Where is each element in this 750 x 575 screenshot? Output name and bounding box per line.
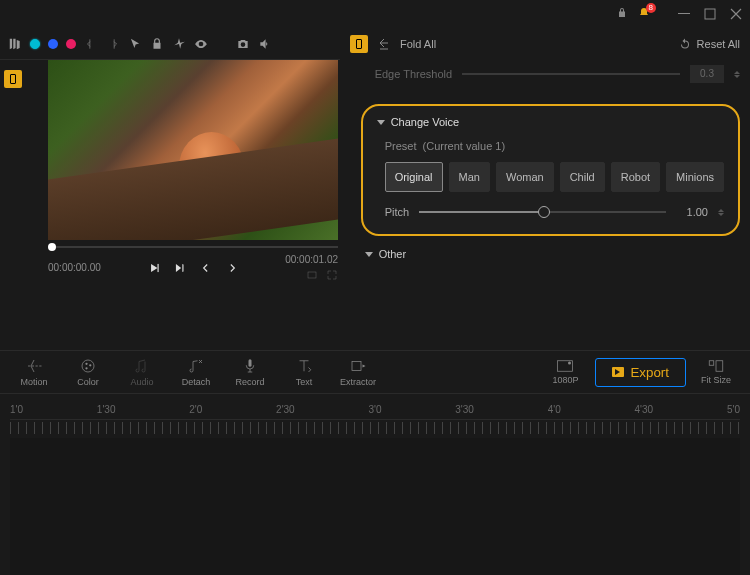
marker-cyan[interactable]	[30, 39, 40, 49]
reset-all-button[interactable]: Reset All	[679, 38, 740, 50]
pitch-slider[interactable]	[419, 211, 666, 213]
preset-label: Preset	[385, 140, 417, 152]
svg-point-5	[85, 363, 87, 365]
svg-rect-3	[308, 272, 316, 278]
chevron-down-icon	[365, 252, 373, 257]
ruler-mark: 3'0	[368, 404, 381, 415]
preset-child[interactable]: Child	[560, 162, 605, 192]
cut-out-icon[interactable]	[106, 37, 120, 51]
svg-rect-13	[716, 361, 723, 372]
timeline-ticks	[10, 422, 740, 434]
ruler-mark: 3'30	[455, 404, 474, 415]
marker-blue[interactable]	[48, 39, 58, 49]
play-icon[interactable]	[147, 261, 161, 275]
preset-man[interactable]: Man	[449, 162, 490, 192]
pitch-value[interactable]: 1.00	[676, 206, 708, 218]
audio-button: Audio	[118, 357, 166, 387]
preset-current: (Current value 1)	[423, 140, 506, 152]
svg-point-7	[85, 367, 87, 369]
svg-rect-8	[249, 359, 252, 367]
lock-tool-icon[interactable]	[150, 37, 164, 51]
reset-all-label: Reset All	[697, 38, 740, 50]
record-button[interactable]: Record	[226, 357, 274, 387]
ruler-mark: 2'30	[276, 404, 295, 415]
other-label: Other	[379, 248, 407, 260]
svg-rect-1	[705, 9, 715, 19]
extractor-button[interactable]: Extractor	[334, 357, 382, 387]
collapse-icon[interactable]	[378, 38, 390, 50]
panel-toggle-icon[interactable]	[350, 35, 368, 53]
chevron-down-icon[interactable]	[377, 120, 385, 125]
ruler-mark: 1'30	[97, 404, 116, 415]
camera-icon[interactable]	[236, 37, 250, 51]
video-preview[interactable]	[48, 60, 338, 240]
motion-button[interactable]: Motion	[10, 357, 58, 387]
preset-original[interactable]: Original	[385, 162, 443, 192]
edge-threshold-label: Edge Threshold	[375, 68, 452, 80]
titlebar	[0, 0, 750, 28]
undo-icon	[679, 38, 691, 50]
ruler-mark: 4'0	[548, 404, 561, 415]
time-duration: 00:00:01.02	[285, 254, 338, 265]
svg-rect-9	[352, 362, 361, 371]
preview-scrubber[interactable]	[48, 246, 338, 248]
ruler-mark: 4'30	[635, 404, 654, 415]
library-icon[interactable]	[8, 37, 22, 51]
next-frame-icon[interactable]	[225, 261, 239, 275]
timeline-ruler[interactable]: 1'0 1'30 2'0 2'30 3'0 3'30 4'0 4'30 5'0	[10, 400, 740, 420]
quality-button[interactable]: 1080P	[541, 359, 589, 385]
preset-woman[interactable]: Woman	[496, 162, 554, 192]
edge-threshold-value[interactable]: 0.3	[690, 65, 724, 83]
text-button[interactable]: Text	[280, 357, 328, 387]
preset-minions[interactable]: Minions	[666, 162, 724, 192]
preset-robot[interactable]: Robot	[611, 162, 660, 192]
notification-icon[interactable]	[638, 7, 650, 21]
volume-icon[interactable]	[258, 37, 272, 51]
fold-all-label[interactable]: Fold All	[400, 38, 436, 50]
lock-icon[interactable]	[616, 7, 628, 21]
other-section-header[interactable]: Other	[365, 248, 740, 260]
change-voice-panel: Change Voice Preset (Current value 1) Or…	[361, 104, 740, 236]
time-current: 00:00:00.00	[48, 262, 101, 273]
cursor-icon[interactable]	[128, 37, 142, 51]
svg-rect-12	[709, 361, 714, 366]
marker-magenta[interactable]	[66, 39, 76, 49]
eye-icon[interactable]	[194, 37, 208, 51]
prev-frame-icon[interactable]	[199, 261, 213, 275]
svg-point-4	[82, 360, 94, 372]
svg-rect-2	[158, 263, 159, 271]
ruler-mark: 5'0	[727, 404, 740, 415]
ruler-mark: 2'0	[189, 404, 202, 415]
close-icon[interactable]	[730, 8, 742, 20]
svg-point-6	[89, 364, 91, 366]
timeline[interactable]: 1'0 1'30 2'0 2'30 3'0 3'30 4'0 4'30 5'0	[0, 394, 750, 575]
change-voice-title: Change Voice	[391, 116, 460, 128]
fullscreen-icon[interactable]	[326, 269, 338, 281]
svg-rect-0	[678, 13, 690, 14]
fit-size-button[interactable]: Fit Size	[692, 359, 740, 385]
export-icon	[612, 367, 624, 377]
maximize-icon[interactable]	[704, 8, 716, 20]
timeline-tracks[interactable]	[10, 438, 740, 575]
edge-threshold-spinner[interactable]	[734, 71, 740, 78]
export-button[interactable]: Export	[595, 358, 686, 387]
ruler-mark: 1'0	[10, 404, 23, 415]
pitch-label: Pitch	[385, 206, 409, 218]
color-button[interactable]: Color	[64, 357, 112, 387]
detach-button[interactable]: Detach	[172, 357, 220, 387]
minimize-icon[interactable]	[678, 8, 690, 20]
edge-threshold-slider[interactable]	[462, 73, 680, 75]
play-end-icon[interactable]	[173, 261, 187, 275]
pitch-spinner[interactable]	[718, 209, 724, 216]
snapshot-icon[interactable]	[306, 269, 318, 281]
svg-point-11	[568, 362, 571, 365]
cut-in-icon[interactable]	[84, 37, 98, 51]
compass-icon[interactable]	[172, 37, 186, 51]
